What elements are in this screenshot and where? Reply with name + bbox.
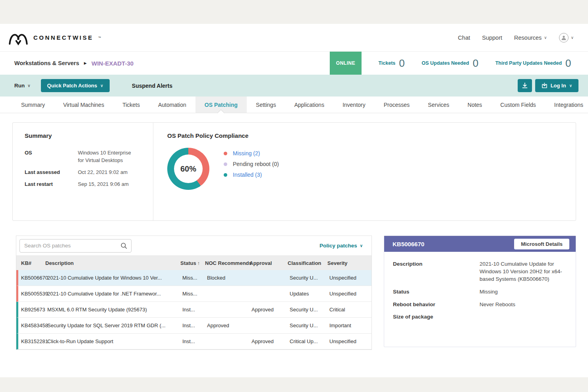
tab-inventory[interactable]: Inventory (333, 97, 375, 113)
device-name: WIN-EXADT-30 (91, 60, 133, 67)
tab-os-patching[interactable]: OS Patching (195, 97, 247, 113)
patch-detail-title: KB5006670 (393, 241, 424, 247)
compliance-donut: 60% (167, 148, 209, 190)
compliance-panel: OS Patch Policy Compliance 60% Missing (… (153, 123, 576, 220)
column-description[interactable]: Description (45, 260, 180, 266)
app-header: CONNECTWISE ™ Chat Support Resources ∨ ∨ (0, 24, 588, 52)
chevron-down-icon: ∨ (544, 35, 547, 40)
trademark: ™ (98, 36, 101, 39)
avatar-icon (559, 33, 569, 42)
column-approval[interactable]: Approval (250, 260, 288, 266)
chevron-down-icon: ∨ (360, 243, 363, 248)
brand: CONNECTWISE ™ (8, 30, 101, 46)
compliance-title: OS Patch Policy Compliance (167, 132, 576, 139)
resources-menu[interactable]: Resources ∨ (514, 35, 547, 41)
sort-ascending-icon: ↑ (197, 261, 200, 266)
tab-bar: Summary Virtual Machines Tickets Automat… (0, 97, 588, 113)
tab-virtual-machines[interactable]: Virtual Machines (54, 97, 113, 113)
tab-applications[interactable]: Applications (285, 97, 334, 113)
chevron-down-icon: ∨ (571, 35, 574, 40)
online-status-badge: ONLINE (330, 52, 362, 75)
connectwise-logo-icon (8, 30, 29, 46)
detail-field-reboot-behavior: Reboot behavior Never Reboots (393, 301, 566, 309)
action-bar: Run ∨ Quick Patch Actions ∨ Suspend Aler… (0, 75, 588, 97)
installed-dot-icon (224, 173, 227, 177)
quick-patch-actions-button[interactable]: Quick Patch Actions ∨ (41, 79, 110, 92)
overview-card: Summary OS Windows 10 Enterprise for Vir… (12, 122, 576, 221)
main-content: Summary OS Windows 10 Enterprise for Vir… (0, 122, 588, 377)
legend-missing-link[interactable]: Missing (2) (233, 150, 260, 156)
column-status-sorted[interactable]: Status↑ (180, 260, 205, 266)
column-kb[interactable]: KB# (16, 260, 45, 266)
pending-reboot-dot-icon (224, 162, 227, 166)
tab-notes[interactable]: Notes (458, 97, 491, 113)
summary-field-last-assessed: Last assessed Oct 22, 2021 9:02 am (25, 169, 145, 176)
device-bar: Workstations & Servers ▶ WIN-EXADT-30 ON… (0, 52, 588, 75)
tab-settings[interactable]: Settings (247, 97, 285, 113)
action-bar-right: Log In ∨ (518, 79, 578, 92)
breadcrumb-parent-link[interactable]: Workstations & Servers (14, 60, 79, 66)
legend-installed: Installed (3) (224, 172, 279, 178)
missing-dot-icon (224, 152, 227, 155)
compliance-percent: 60% (167, 148, 209, 190)
table-row[interactable]: KB925673 MSXML 6.0 RTM Security Update (… (16, 302, 371, 318)
support-link[interactable]: Support (482, 35, 502, 41)
legend-pending-label: Pending reboot (0) (233, 161, 279, 167)
table-row[interactable]: KB5006670 2021-10 Cumulative Update for … (16, 270, 371, 286)
download-button[interactable] (518, 79, 532, 92)
login-icon (542, 83, 547, 89)
detail-field-status: Status Missing (393, 288, 566, 296)
summary-title: Summary (25, 132, 145, 139)
column-noc-recommends[interactable]: NOC Recommends (205, 260, 250, 266)
legend-pending-reboot: Pending reboot (0) (224, 161, 279, 167)
legend-installed-link[interactable]: Installed (3) (233, 172, 262, 178)
chat-link[interactable]: Chat (458, 35, 470, 41)
compliance-legend: Missing (2) Pending reboot (0) Installed… (224, 148, 279, 178)
detail-field-description: Description 2021-10 Cumulative Update fo… (393, 261, 566, 283)
search-input[interactable] (19, 239, 132, 253)
chevron-down-icon: ∨ (101, 83, 103, 88)
suspend-alerts-button[interactable]: Suspend Alerts (132, 83, 172, 89)
breadcrumb-arrow-icon: ▶ (84, 61, 87, 65)
chevron-down-icon: ∨ (569, 83, 572, 88)
detail-field-size-of-package: Size of package (393, 313, 566, 321)
table-toolbar: Policy patches ∨ (16, 236, 371, 256)
breadcrumb: Workstations & Servers ▶ WIN-EXADT-30 (0, 52, 330, 75)
device-metrics: Tickets 0 OS Updates Needed 0 Third Part… (362, 52, 588, 75)
table-header-row: KB# Description Status↑ NOC Recommends A… (16, 256, 371, 270)
tab-processes[interactable]: Processes (375, 97, 419, 113)
lower-section: Policy patches ∨ KB# Description Status↑… (16, 236, 576, 350)
tab-summary[interactable]: Summary (12, 97, 54, 113)
table-row[interactable]: KB4583458 Security Update for SQL Server… (16, 318, 371, 334)
summary-field-os: OS Windows 10 Enterprise for Virtual Des… (25, 149, 145, 164)
download-icon (522, 83, 528, 89)
tab-services[interactable]: Services (419, 97, 458, 113)
top-margin-band (0, 0, 588, 24)
brand-name: CONNECTWISE (33, 34, 93, 41)
patch-detail-panel: KB5006670 Microsoft Details Description … (384, 236, 576, 347)
policy-patches-dropdown[interactable]: Policy patches ∨ (319, 243, 363, 249)
third-party-updates-needed-count[interactable]: Third Party Updates Needed 0 (495, 58, 571, 68)
top-nav: Chat Support Resources ∨ ∨ (458, 33, 574, 42)
patch-detail-body: Description 2021-10 Cumulative Update fo… (384, 252, 576, 347)
os-patch-table-card: Policy patches ∨ KB# Description Status↑… (16, 236, 372, 350)
tickets-count[interactable]: Tickets 0 (378, 58, 404, 68)
tab-automation[interactable]: Automation (149, 97, 195, 113)
os-updates-needed-count[interactable]: OS Updates Needed 0 (422, 58, 478, 68)
user-menu[interactable]: ∨ (559, 33, 574, 42)
summary-panel: Summary OS Windows 10 Enterprise for Vir… (13, 123, 153, 220)
legend-missing: Missing (2) (224, 150, 279, 156)
run-dropdown[interactable]: Run ∨ (14, 83, 31, 89)
search-icon[interactable] (120, 242, 128, 249)
table-row[interactable]: KB3152281 Click-to-Run Update Support In… (16, 334, 371, 350)
column-severity[interactable]: Severity (327, 260, 371, 266)
microsoft-details-button[interactable]: Microsoft Details (514, 239, 569, 249)
tab-custom-fields[interactable]: Custom Fields (491, 97, 545, 113)
tab-integrations[interactable]: Integrations (545, 97, 588, 113)
tab-tickets[interactable]: Tickets (113, 97, 149, 113)
patch-detail-header: KB5006670 Microsoft Details (384, 236, 576, 252)
summary-field-last-restart: Last restart Sep 15, 2021 9:06 am (25, 181, 145, 188)
table-row[interactable]: KB5005539 2021-10 Cumulative Update for … (16, 286, 371, 302)
column-classification[interactable]: Classification (288, 260, 327, 266)
log-in-button[interactable]: Log In ∨ (535, 79, 578, 92)
